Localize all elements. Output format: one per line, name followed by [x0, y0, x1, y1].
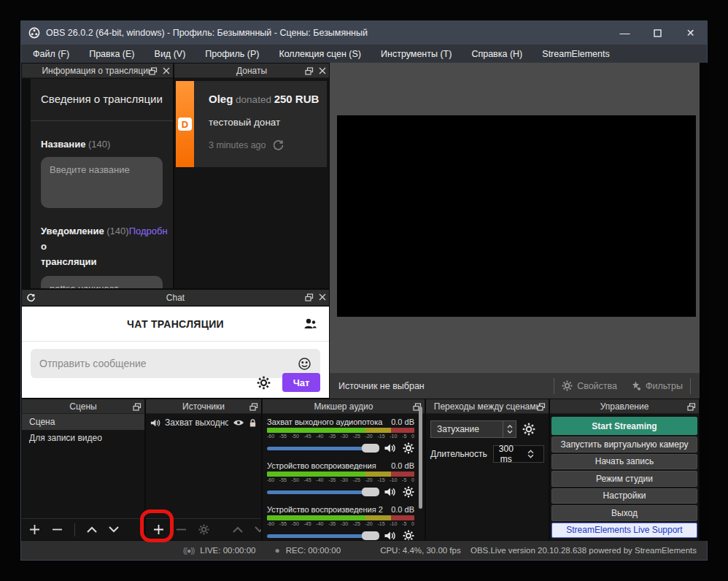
duration-spinner[interactable]	[519, 446, 543, 462]
controls-dock-titlebar[interactable]: Управление	[550, 399, 699, 414]
channel-db: 0.0 dB	[391, 418, 414, 426]
more-link[interactable]: Подробн	[129, 226, 168, 236]
menu-file[interactable]: Файл (F)	[33, 49, 69, 59]
exit-button[interactable]: Выход	[551, 505, 697, 520]
notification-field-input[interactable]: pattsa начинает	[41, 276, 163, 288]
mixer-channel: Захват выходного аудиопотока 0.0 dB -60-…	[267, 418, 414, 455]
add-source-button[interactable]	[153, 524, 164, 535]
mixer-content: Захват выходного аудиопотока 0.0 dB -60-…	[263, 415, 425, 540]
volume-meter	[267, 515, 414, 520]
volume-slider[interactable]	[267, 534, 377, 538]
mixer-dock-titlebar[interactable]: Микшер аудио	[263, 399, 425, 414]
volume-slider-handle[interactable]	[362, 444, 379, 453]
properties-button[interactable]: Свойства	[562, 380, 617, 391]
scene-item[interactable]: Для записи видео	[22, 430, 144, 446]
minimize-button[interactable]: —	[608, 21, 641, 45]
volume-slider-handle[interactable]	[362, 488, 379, 496]
refresh-icon[interactable]	[272, 139, 284, 151]
channel-settings-gear-icon[interactable]	[403, 530, 414, 540]
source-properties-gear-icon[interactable]	[198, 524, 209, 535]
donation-item[interactable]: D Oleg donated 250 RUB тестовый донат 3 …	[176, 81, 327, 167]
popout-icon[interactable]	[687, 403, 696, 411]
add-scene-button[interactable]	[29, 524, 40, 535]
mixer-channel: Устройство воспроизведения 0.0 dB -60-55…	[267, 461, 414, 499]
popout-icon[interactable]	[305, 67, 314, 75]
channel-db: 0.0 dB	[391, 461, 414, 470]
scenes-dock-titlebar[interactable]: Сцены	[22, 399, 144, 414]
menu-help[interactable]: Справка (H)	[471, 49, 522, 59]
mute-speaker-icon[interactable]	[384, 443, 396, 453]
move-scene-down-button[interactable]	[109, 526, 119, 533]
channel-settings-gear-icon[interactable]	[403, 442, 414, 454]
filters-button[interactable]: Фильтры	[630, 380, 683, 391]
start-virtual-camera-button[interactable]: Запустить виртуальную камеру	[551, 436, 697, 452]
popout-icon[interactable]	[149, 67, 158, 75]
visibility-eye-icon[interactable]	[233, 418, 244, 427]
studio-mode-button[interactable]: Режим студии	[551, 471, 697, 486]
settings-button[interactable]: Настройки	[551, 488, 697, 504]
maximize-button[interactable]	[641, 21, 674, 45]
select-spinner[interactable]	[503, 421, 516, 437]
move-source-up-button[interactable]	[233, 526, 243, 533]
chat-dock-titlebar[interactable]: Chat	[22, 290, 329, 306]
start-streaming-button[interactable]: Start Streaming	[551, 417, 697, 435]
lock-icon[interactable]	[249, 418, 257, 428]
menu-edit[interactable]: Правка (E)	[89, 49, 134, 59]
chat-refresh-icon[interactable]	[26, 290, 36, 304]
transitions-dock-titlebar[interactable]: Переходы между сценами	[426, 399, 549, 414]
volume-slider[interactable]	[267, 447, 377, 450]
no-source-label: Источник не выбран	[338, 381, 425, 391]
move-source-down-button[interactable]	[255, 526, 262, 533]
mute-speaker-icon[interactable]	[384, 531, 396, 540]
popout-icon[interactable]	[305, 293, 314, 301]
status-bar: ((●)) LIVE: 00:00:00 ● REC: 00:00:00 CPU…	[21, 541, 707, 560]
close-dock-icon[interactable]	[319, 293, 326, 301]
window-titlebar[interactable]: OBS 26.0.2 (64-bit, windows) - Профиль: …	[21, 21, 707, 45]
popout-icon[interactable]	[249, 403, 258, 411]
channel-name: Устройство воспроизведения	[267, 461, 376, 470]
scene-item-selected[interactable]: Сцена	[22, 414, 144, 430]
menu-profile[interactable]: Профиль (P)	[205, 49, 259, 59]
menu-tools[interactable]: Инструменты (T)	[381, 49, 452, 59]
duration-spinbox[interactable]: 300 ms	[493, 445, 544, 463]
obs-window: OBS 26.0.2 (64-bit, windows) - Профиль: …	[20, 20, 708, 561]
source-status-bar: Источник не выбран Свойства	[330, 373, 700, 399]
start-recording-button[interactable]: Начать запись	[551, 454, 697, 469]
sources-dock-titlebar[interactable]: Источники	[146, 399, 261, 414]
stream-info-dock-titlebar[interactable]: Информация о трансляции	[22, 64, 173, 78]
donation-amount: 250 RUB	[274, 93, 320, 105]
menu-streamelements[interactable]: StreamElements	[542, 49, 609, 59]
preview-area[interactable]	[330, 63, 700, 373]
menu-scene-collection[interactable]: Коллекция сцен (S)	[279, 49, 361, 59]
channel-settings-gear-icon[interactable]	[403, 486, 414, 498]
video-canvas[interactable]	[337, 115, 696, 317]
viewers-icon[interactable]	[303, 318, 317, 330]
move-scene-up-button[interactable]	[87, 526, 97, 533]
duration-label: Длительность	[430, 449, 487, 459]
streamelements-support-button[interactable]: StreamElements Live Support	[551, 523, 697, 538]
volume-slider-handle[interactable]	[362, 531, 379, 540]
close-dock-icon[interactable]	[319, 67, 326, 74]
transition-select[interactable]: Затухание	[430, 420, 516, 438]
mixer-scrollbar[interactable]	[419, 407, 422, 509]
chat-header: ЧАТ ТРАНСЛЯЦИИ	[22, 307, 329, 342]
live-timer: LIVE: 00:00:00	[200, 546, 255, 555]
source-item[interactable]: Захват выходно	[146, 414, 261, 431]
title-field-input[interactable]: Введите название	[41, 157, 163, 208]
remove-source-button[interactable]	[176, 524, 187, 535]
remove-scene-button[interactable]	[52, 524, 63, 535]
audio-source-icon	[150, 418, 160, 428]
chat-send-button[interactable]: Чат	[282, 373, 320, 392]
donations-dock-titlebar[interactable]: Донаты	[174, 64, 329, 78]
transition-settings-gear-icon[interactable]	[522, 423, 535, 436]
close-button[interactable]: ✕	[674, 21, 707, 45]
mixer-channel: Устройство воспроизведения 2 0.0 dB -60-…	[267, 505, 414, 540]
popout-icon[interactable]	[133, 403, 142, 411]
emoji-icon[interactable]	[298, 357, 311, 371]
popout-icon[interactable]	[537, 403, 546, 411]
volume-slider[interactable]	[267, 490, 377, 494]
mute-speaker-icon[interactable]	[384, 487, 396, 497]
chat-settings-gear-icon[interactable]	[257, 376, 271, 390]
close-dock-icon[interactable]	[163, 67, 170, 74]
menu-view[interactable]: Вид (V)	[155, 49, 186, 59]
